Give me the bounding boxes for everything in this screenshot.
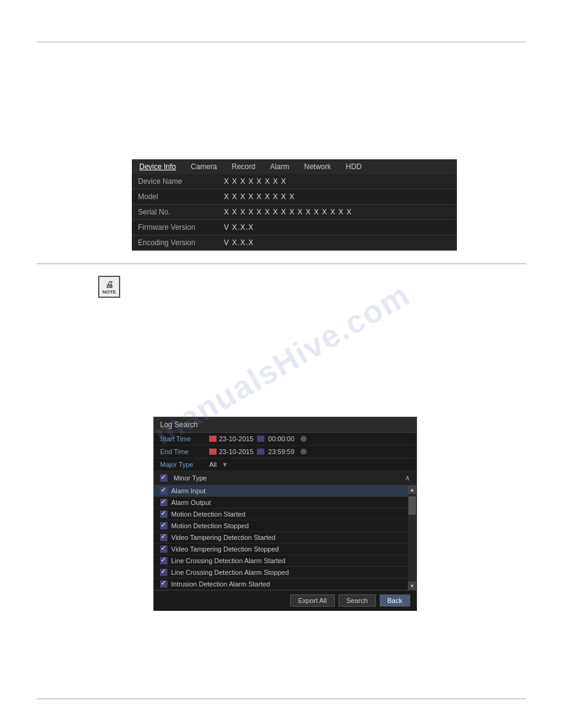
log-item-label: Motion Detection Stopped (171, 522, 249, 529)
minor-type-checkbox[interactable]: ✓ (160, 474, 167, 482)
scroll-down-button[interactable]: ▼ (408, 582, 416, 590)
divider-mid (37, 264, 526, 264)
log-item-row: Video Tampering Detection Started (154, 532, 408, 544)
end-time-value: 23-10-2015 23:59:59 (209, 448, 307, 455)
log-items-wrapper: Alarm InputAlarm OutputMotion Detection … (154, 485, 416, 590)
device-info-section: Device Info Camera Record Alarm Network … (132, 159, 457, 251)
tab-device-info[interactable]: Device Info (132, 159, 183, 174)
device-tabs: Device Info Camera Record Alarm Network … (132, 159, 457, 174)
log-item-checkbox[interactable] (160, 522, 167, 529)
log-item-row: Alarm Input (154, 485, 408, 497)
table-row: Serial No. X X X X X X X X X X X X X X X… (132, 205, 457, 220)
log-item-label: Motion Detection Started (171, 510, 245, 518)
divider-top (37, 42, 526, 42)
minor-type-header: ✓ Minor Type ∧ (154, 471, 416, 485)
tab-alarm[interactable]: Alarm (262, 159, 296, 174)
back-button[interactable]: Back (380, 594, 410, 607)
calendar-icon-end[interactable] (209, 449, 216, 455)
log-item-label: Alarm Input (171, 487, 205, 495)
log-item-row: Motion Detection Stopped (154, 520, 408, 532)
log-item-checkbox[interactable] (160, 545, 167, 553)
log-item-label: Video Tampering Detection Started (171, 534, 275, 541)
major-type-row: Major Type All ▼ (154, 458, 416, 471)
scroll-thumb[interactable] (408, 496, 416, 515)
end-date[interactable]: 23-10-2015 (219, 448, 253, 455)
log-panel-title: Log Search (154, 417, 416, 433)
end-time-circle[interactable] (301, 449, 307, 455)
divider-bottom (37, 699, 526, 699)
major-type-label: Major Type (160, 461, 209, 468)
log-items-list: Alarm InputAlarm OutputMotion Detection … (154, 485, 408, 590)
log-items-container: Alarm InputAlarm OutputMotion Detection … (154, 485, 416, 590)
log-item-checkbox[interactable] (160, 499, 167, 506)
clock-icon-start (257, 436, 264, 442)
minor-type-label-text: Minor Type (174, 474, 207, 482)
major-type-value: All ▼ (209, 461, 410, 468)
log-item-row: Line Crossing Detection Alarm Stopped (154, 567, 408, 578)
scrollbar[interactable]: ▲ ▼ (408, 485, 416, 590)
table-row: Firmware Version V X.X.X (132, 220, 457, 235)
scroll-up-chevron[interactable]: ∧ (405, 474, 410, 482)
tab-hdd[interactable]: HDD (339, 159, 369, 174)
scroll-up-button[interactable]: ▲ (408, 485, 416, 494)
table-row: Model X X X X X X X X X (132, 189, 457, 205)
end-time-row: End Time 23-10-2015 23:59:59 (154, 446, 416, 458)
log-item-label: Video Tampering Detection Stopped (171, 545, 279, 553)
log-item-row: Video Tampering Detection Stopped (154, 544, 408, 555)
log-item-row: Motion Detection Started (154, 509, 408, 520)
start-time-value: 23-10-2015 00:00:00 (209, 435, 307, 442)
clock-icon-end (257, 449, 264, 455)
log-footer: Export All Search Back (154, 590, 416, 610)
tab-record[interactable]: Record (224, 159, 263, 174)
log-item-checkbox[interactable] (160, 510, 167, 518)
log-panel: Log Search Start Time 23-10-2015 00:00:0… (153, 417, 417, 611)
log-item-checkbox[interactable] (160, 569, 167, 576)
major-type-text[interactable]: All (209, 461, 216, 468)
major-type-dropdown-arrow[interactable]: ▼ (221, 461, 228, 468)
export-all-button[interactable]: Export All (290, 594, 334, 607)
log-item-checkbox[interactable] (160, 580, 167, 588)
log-search-section: Log Search Start Time 23-10-2015 00:00:0… (153, 417, 417, 611)
tab-network[interactable]: Network (297, 159, 339, 174)
search-button[interactable]: Search (339, 594, 376, 607)
start-time[interactable]: 00:00:00 (268, 435, 294, 442)
tab-camera[interactable]: Camera (183, 159, 224, 174)
calendar-icon-start[interactable] (209, 436, 216, 442)
start-time-label: Start Time (160, 435, 209, 442)
minor-type-label-container: ✓ Minor Type (160, 474, 207, 482)
log-item-label: Intrusion Detection Alarm Started (171, 580, 270, 588)
note-icon: 🖨 NOTE (98, 276, 120, 298)
log-item-row: Line Crossing Detection Alarm Started (154, 555, 408, 567)
watermark: manualsHive.com (0, 0, 563, 728)
log-item-checkbox[interactable] (160, 557, 167, 564)
end-time[interactable]: 23:59:59 (268, 448, 294, 455)
log-item-label: Line Crossing Detection Alarm Stopped (171, 569, 289, 576)
log-item-label: Alarm Output (171, 499, 211, 506)
device-info-table: Device Name X X X X X X X X Model X X X … (132, 174, 457, 251)
log-item-row: Intrusion Detection Alarm Started (154, 578, 408, 590)
log-item-checkbox[interactable] (160, 487, 167, 495)
note-section: 🖨 NOTE (98, 276, 502, 303)
log-item-checkbox[interactable] (160, 534, 167, 541)
log-item-row: Alarm Output (154, 497, 408, 509)
start-date[interactable]: 23-10-2015 (219, 435, 253, 442)
log-item-label: Line Crossing Detection Alarm Started (171, 557, 285, 564)
start-time-circle[interactable] (301, 436, 307, 442)
table-row: Encoding Version V X.X.X (132, 235, 457, 251)
end-time-label: End Time (160, 448, 209, 455)
table-row: Device Name X X X X X X X X (132, 174, 457, 189)
start-time-row: Start Time 23-10-2015 00:00:00 (154, 433, 416, 446)
note-icon-container: 🖨 NOTE (98, 276, 502, 298)
